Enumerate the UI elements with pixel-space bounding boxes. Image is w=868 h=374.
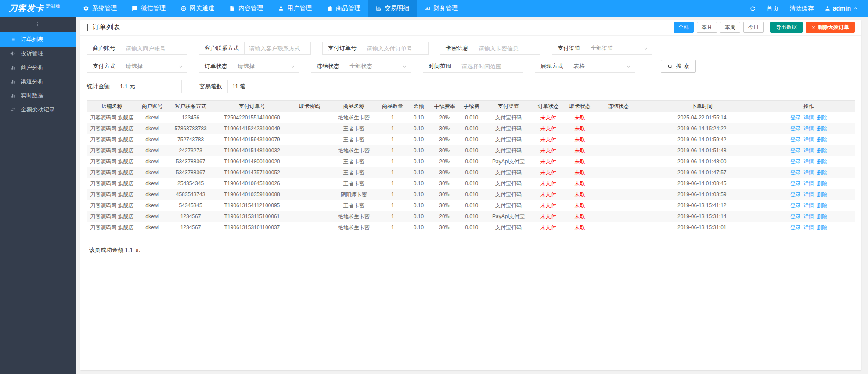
range-button-1[interactable]: 本月 (697, 22, 717, 33)
topnav-item-2[interactable]: 网关通道 (173, 0, 222, 17)
topnav-item-1[interactable]: 微信管理 (124, 0, 173, 17)
action-login-link[interactable]: 登录 (790, 115, 801, 121)
cell-card_status: 未取 (565, 123, 595, 134)
cell-actions: 登录详情删除 (763, 134, 855, 145)
topnav-item-7[interactable]: 财务管理 (417, 0, 465, 17)
action-login-link[interactable]: 登录 (790, 126, 801, 132)
sidebar-item-2[interactable]: 商户分析 (0, 61, 76, 75)
cell-amount: 0.10 (407, 200, 431, 211)
action-delete-link[interactable]: 删除 (817, 126, 827, 132)
sidebar-item-5[interactable]: 金额变动记录 (0, 103, 76, 117)
select-control[interactable]: 请选择 (233, 60, 299, 73)
text-input[interactable] (457, 60, 523, 73)
refresh-button[interactable] (744, 0, 761, 17)
sidebar-item-4[interactable]: 实时数据 (0, 89, 76, 103)
select-control[interactable]: 表格 (569, 60, 635, 73)
action-delete-link[interactable]: 删除 (817, 137, 827, 143)
more-menu-button[interactable] (0, 18, 76, 30)
range-button-3[interactable]: 今日 (743, 22, 764, 33)
action-login-link[interactable]: 登录 (790, 213, 801, 219)
action-delete-link[interactable]: 删除 (817, 213, 827, 219)
cell-shop: 刀客源码网 旗舰店 (87, 167, 137, 178)
action-login-link[interactable]: 登录 (790, 137, 801, 143)
sidebar-item-3[interactable]: 渠道分析 (0, 75, 76, 89)
range-button-0[interactable]: 全部 (674, 22, 694, 33)
money-icon (424, 5, 430, 11)
text-input[interactable] (474, 42, 540, 55)
home-link[interactable]: 首页 (761, 0, 784, 17)
sidebar-item-label: 投诉管理 (21, 50, 43, 58)
text-input[interactable] (244, 42, 311, 55)
cell-channel: 支付宝扫码 (485, 145, 532, 156)
bag-icon (327, 5, 333, 11)
action-delete-link[interactable]: 删除 (817, 191, 827, 198)
chevron-down-icon (643, 46, 648, 51)
action-detail-link[interactable]: 详情 (803, 137, 814, 143)
action-detail-link[interactable]: 详情 (803, 126, 814, 132)
action-detail-link[interactable]: 详情 (803, 180, 814, 187)
action-detail-link[interactable]: 详情 (803, 224, 814, 230)
action-delete-link[interactable]: 删除 (817, 202, 827, 209)
select-control[interactable]: 全部渠道 (586, 42, 652, 55)
table-row: 刀客源码网 旗舰店dkewl752743783T1906140159431000… (87, 134, 855, 145)
clear-cache-link[interactable]: 清除缓存 (784, 0, 819, 17)
sidebar-item-label: 金额变动记录 (21, 106, 55, 114)
action-login-link[interactable]: 登录 (790, 158, 801, 165)
action-detail-link[interactable]: 详情 (803, 213, 814, 219)
action-detail-link[interactable]: 详情 (803, 169, 814, 176)
topnav-item-5[interactable]: 商品管理 (319, 0, 368, 17)
action-delete-link[interactable]: 删除 (817, 180, 827, 187)
filter-field-客户联系方式: 客户联系方式 (199, 42, 311, 55)
action-detail-link[interactable]: 详情 (803, 202, 814, 209)
cell-fee_rate: 20‰ (431, 156, 458, 167)
action-login-link[interactable]: 登录 (790, 191, 801, 198)
action-detail-link[interactable]: 详情 (803, 191, 814, 198)
cell-contact: 752743783 (168, 134, 214, 145)
action-delete-link[interactable]: 删除 (817, 147, 827, 154)
cell-merchant: dkewl (137, 156, 168, 167)
delete-invalid-button[interactable]: 删除无效订单 (806, 22, 855, 33)
action-detail-link[interactable]: 详情 (803, 115, 814, 121)
topnav-item-0[interactable]: 系统管理 (76, 0, 124, 17)
user-menu[interactable]: admin (819, 5, 858, 12)
sidebar-item-0[interactable]: 订单列表 (0, 32, 76, 47)
action-detail-link[interactable]: 详情 (803, 147, 814, 154)
action-delete-link[interactable]: 删除 (817, 158, 827, 165)
cell-product: 王者卡密 (329, 178, 379, 189)
cell-shop: 刀客源码网 旗舰店 (87, 145, 137, 156)
cell-shop: 刀客源码网 旗舰店 (87, 222, 137, 233)
range-button-2[interactable]: 本周 (720, 22, 740, 33)
cell-time: 2019-06-14 01:03:59 (641, 189, 763, 200)
cell-channel: 支付宝扫码 (485, 167, 532, 178)
cell-actions: 登录详情删除 (763, 112, 855, 123)
brand-logo[interactable]: 刀客发卡 定制版 (0, 0, 76, 17)
topnav-item-3[interactable]: 内容管理 (222, 0, 270, 17)
topnav-item-6[interactable]: 交易明细 (368, 0, 417, 17)
text-input[interactable] (121, 42, 187, 55)
search-button[interactable]: 搜 索 (661, 60, 696, 73)
stat-value-input[interactable] (227, 80, 294, 93)
topnav-item-4[interactable]: 用户管理 (270, 0, 319, 17)
action-detail-link[interactable]: 详情 (803, 158, 814, 165)
stat-value-input[interactable] (115, 80, 182, 93)
topnav-menu: 系统管理 微信管理 网关通道 内容管理 用户管理 商品管理 交易明细 财务管理 (76, 0, 744, 17)
cell-order_no: T190614014800100020 (214, 156, 291, 167)
cell-order_no: T250422015514100060 (214, 112, 291, 123)
brand-name: 刀客发卡 (9, 3, 44, 14)
topnav-item-label: 交易明细 (385, 4, 409, 12)
text-input[interactable] (362, 42, 429, 55)
sidebar-item-1[interactable]: 投诉管理 (0, 47, 76, 61)
action-login-link[interactable]: 登录 (790, 180, 801, 187)
main-content: 订单列表 全部本月本周今日 导出数据 删除无效订单 商户账号 客户联系方式 支付… (76, 0, 868, 374)
select-control[interactable]: 全部状态 (345, 60, 411, 73)
export-button[interactable]: 导出数据 (770, 22, 803, 33)
select-control[interactable]: 请选择 (121, 60, 187, 73)
action-login-link[interactable]: 登录 (790, 202, 801, 209)
cell-freeze_status (595, 200, 641, 211)
action-login-link[interactable]: 登录 (790, 147, 801, 154)
action-delete-link[interactable]: 删除 (817, 115, 827, 121)
action-delete-link[interactable]: 删除 (817, 169, 827, 176)
action-delete-link[interactable]: 删除 (817, 224, 827, 230)
action-login-link[interactable]: 登录 (790, 224, 801, 230)
action-login-link[interactable]: 登录 (790, 169, 801, 176)
